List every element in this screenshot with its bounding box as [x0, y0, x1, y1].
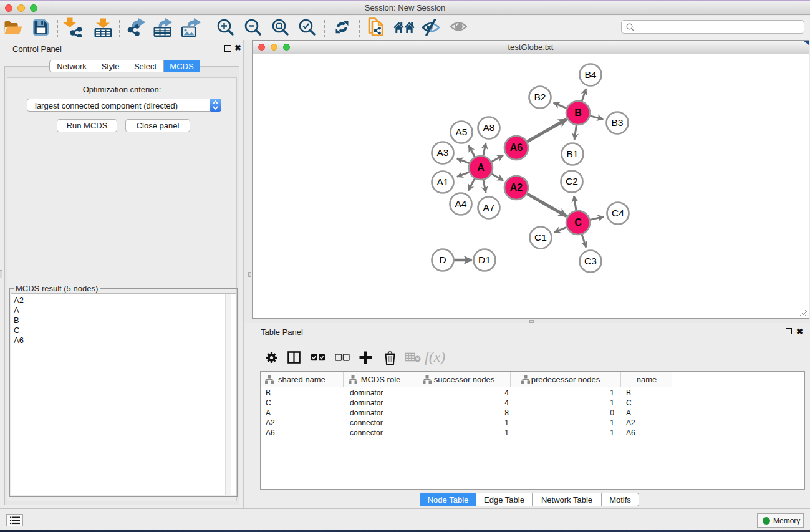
svg-text:B2: B2 [534, 92, 546, 102]
svg-text:C4: C4 [612, 208, 624, 218]
svg-text:A7: A7 [483, 202, 495, 213]
svg-text:C3: C3 [584, 256, 597, 266]
svg-text:C1: C1 [534, 232, 547, 243]
svg-text:B1: B1 [567, 148, 579, 159]
svg-text:B3: B3 [612, 117, 624, 128]
svg-text:A1: A1 [437, 177, 449, 187]
svg-text:C: C [574, 217, 582, 228]
svg-text:A4: A4 [455, 198, 467, 209]
svg-text:A2: A2 [510, 182, 523, 193]
svg-text:C2: C2 [566, 176, 578, 186]
svg-text:f(x): f(x) [425, 349, 445, 365]
svg-text:B4: B4 [585, 69, 597, 80]
svg-text:A5: A5 [456, 127, 468, 137]
svg-text:A3: A3 [437, 147, 449, 158]
svg-text:A: A [477, 162, 485, 173]
svg-text:A6: A6 [510, 142, 523, 153]
svg-text:D1: D1 [478, 254, 491, 265]
svg-text:D: D [439, 254, 446, 265]
svg-text:B: B [574, 107, 582, 118]
svg-text:A8: A8 [483, 122, 495, 133]
